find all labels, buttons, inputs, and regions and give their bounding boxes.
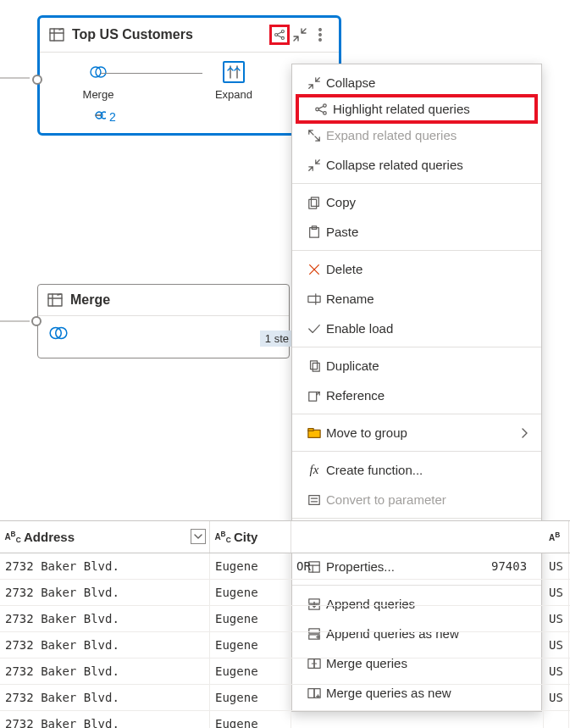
table-row[interactable]: 2732 Baker Blvd.EugeneOR97403US <box>0 553 570 580</box>
cell-country <box>544 711 569 728</box>
menu-separator <box>292 451 541 452</box>
connector-line <box>0 77 30 79</box>
checkmark-icon <box>302 322 326 336</box>
menu-label: Expand related queries <box>326 128 531 142</box>
column-header-city[interactable]: ABC City <box>210 521 291 553</box>
column-header-address[interactable]: ABC Address <box>0 521 210 553</box>
node-header: Top US Customers <box>40 18 339 53</box>
svg-rect-27 <box>309 199 317 208</box>
cell-city: Eugene <box>210 659 291 684</box>
node-title: Merge <box>70 292 110 308</box>
column-label: City <box>234 530 257 544</box>
cell-zip: 97403 <box>486 553 544 579</box>
collapse-icon <box>302 158 326 172</box>
table-row[interactable]: 2732 Baker Blvd.Eugene <box>0 711 570 728</box>
query-node-merge[interactable]: Merge 1 ste <box>37 284 290 358</box>
menu-highlight-related[interactable]: Highlight related queries <box>296 94 538 124</box>
svg-rect-39 <box>308 428 313 431</box>
menu-label: Duplicate <box>326 358 531 373</box>
collapse-icon <box>302 76 326 90</box>
cell-address: 2732 Baker Blvd. <box>0 580 210 605</box>
menu-label: Paste <box>326 225 531 239</box>
cell-address: 2732 Baker Blvd. <box>0 685 210 710</box>
menu-paste[interactable]: Paste <box>292 217 541 247</box>
step-expand[interactable]: Expand <box>204 61 263 101</box>
cell-country: US <box>544 685 569 710</box>
cell-address: 2732 Baker Blvd. <box>0 711 210 728</box>
step-label: Expand <box>215 88 252 101</box>
merge-step-icon[interactable] <box>48 323 69 343</box>
cell-gap <box>291 632 486 658</box>
cell-zip <box>486 711 544 728</box>
menu-create-function[interactable]: fx Create function... <box>292 455 541 485</box>
cell-city: Eugene <box>210 711 291 728</box>
menu-copy[interactable]: Copy <box>292 187 541 217</box>
cell-country: US <box>544 606 569 631</box>
menu-delete[interactable]: Delete <box>292 254 541 284</box>
function-icon: fx <box>302 463 326 477</box>
menu-separator <box>292 518 541 519</box>
menu-label: Highlight related queries <box>333 102 524 116</box>
paste-icon <box>302 225 326 239</box>
cell-zip <box>486 580 544 605</box>
svg-point-9 <box>319 34 321 36</box>
svg-point-3 <box>275 33 278 36</box>
reference-icon <box>302 389 326 403</box>
link-count[interactable]: 2 <box>109 110 116 124</box>
menu-label: Reference <box>326 388 531 403</box>
cell-zip <box>486 659 544 684</box>
svg-rect-16 <box>48 294 62 306</box>
table-icon <box>47 292 64 308</box>
column-dropdown[interactable] <box>191 529 206 544</box>
cell-address: 2732 Baker Blvd. <box>0 606 210 631</box>
svg-point-5 <box>281 36 284 39</box>
links-icon <box>91 109 106 125</box>
table-body: 2732 Baker Blvd.EugeneOR97403US2732 Bake… <box>0 553 570 728</box>
cell-city: Eugene <box>210 580 291 605</box>
svg-line-24 <box>318 106 323 108</box>
cell-gap <box>291 606 486 631</box>
menu-move-to-group[interactable]: Move to group <box>292 418 541 447</box>
step-merge[interactable]: Merge <box>69 61 128 101</box>
text-type-icon: ABC <box>5 530 20 544</box>
cell-address: 2732 Baker Blvd. <box>0 553 210 579</box>
menu-separator <box>292 183 541 184</box>
svg-rect-35 <box>313 363 319 371</box>
menu-label: Enable load <box>326 321 531 336</box>
folder-icon <box>302 426 326 440</box>
menu-rename[interactable]: Rename <box>292 284 541 314</box>
menu-reference[interactable]: Reference <box>292 381 541 410</box>
highlight-related-button[interactable] <box>269 25 290 45</box>
svg-line-7 <box>278 36 282 37</box>
table-row[interactable]: 2732 Baker Blvd.EugeneUS <box>0 659 570 685</box>
menu-label: Collapse <box>326 75 531 90</box>
step-label: Merge <box>83 88 114 101</box>
more-options-button[interactable] <box>310 25 330 45</box>
menu-enable-load[interactable]: Enable load <box>292 314 541 343</box>
cell-country: US <box>544 553 569 579</box>
table-row[interactable]: 2732 Baker Blvd.EugeneUS <box>0 580 570 606</box>
table-row[interactable]: 2732 Baker Blvd.EugeneUS <box>0 632 570 659</box>
node-header: Merge <box>38 285 289 316</box>
column-header-partial[interactable]: AB <box>544 521 569 553</box>
chevron-right-icon <box>517 428 531 438</box>
menu-collapse[interactable]: Collapse <box>292 68 541 97</box>
menu-label: Create function... <box>326 463 531 477</box>
table-row[interactable]: 2732 Baker Blvd.EugeneUS <box>0 685 570 711</box>
menu-separator <box>292 414 541 414</box>
cell-zip <box>486 606 544 631</box>
collapse-button[interactable] <box>290 25 310 45</box>
svg-point-8 <box>319 29 321 31</box>
svg-rect-26 <box>311 197 318 206</box>
menu-duplicate[interactable]: Duplicate <box>292 351 541 381</box>
menu-label: Convert to parameter <box>326 492 531 507</box>
menu-label: Rename <box>326 292 531 306</box>
steps-badge: 1 ste <box>260 331 294 347</box>
svg-point-10 <box>319 39 321 41</box>
svg-line-25 <box>318 109 323 112</box>
svg-point-4 <box>281 31 284 33</box>
table-row[interactable]: 2732 Baker Blvd.EugeneUS <box>0 606 570 632</box>
cell-country: US <box>544 632 569 658</box>
merge-step-icon <box>87 61 109 83</box>
menu-collapse-related[interactable]: Collapse related queries <box>292 150 541 180</box>
